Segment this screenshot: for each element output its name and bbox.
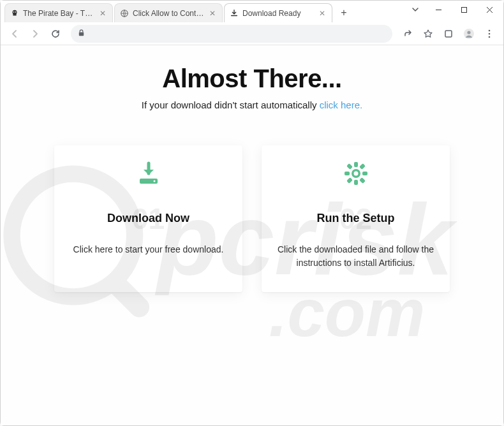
svg-rect-5 [461,7,466,12]
browser-window: The Pirate Bay - The galaxy's mo ✕ Click… [0,0,504,426]
tab-title: Click Allow to Continue [133,9,204,18]
tab-list-button[interactable] [405,1,426,18]
svg-rect-7 [445,31,452,37]
svg-rect-16 [354,162,358,167]
svg-rect-21 [359,177,366,184]
svg-rect-23 [346,177,353,184]
svg-point-10 [489,29,491,31]
close-icon[interactable]: ✕ [208,9,217,18]
extensions-button[interactable] [440,25,457,43]
svg-rect-20 [346,163,353,170]
minimize-button[interactable] [426,1,451,18]
reload-button[interactable] [47,25,64,43]
back-button[interactable] [6,25,24,43]
svg-point-11 [489,33,491,34]
close-icon[interactable]: ✕ [318,9,327,18]
toolbar-right [399,25,498,43]
svg-point-14 [153,180,155,182]
share-button[interactable] [399,25,417,43]
svg-rect-6 [79,32,84,36]
download-icon [230,9,239,18]
tab-pirate-bay[interactable]: The Pirate Bay - The galaxy's mo ✕ [4,3,113,22]
svg-point-2 [13,11,15,12]
page-subtext: If your download didn't start automatica… [142,99,362,110]
card-text: Click here to start your free download. [73,243,224,256]
tab-click-allow[interactable]: Click Allow to Continue ✕ [114,3,223,22]
svg-point-12 [489,36,491,38]
download-page: Almost There... If your download didn't … [1,45,503,425]
card-text: Click the downloaded file and follow the… [276,243,436,270]
svg-rect-22 [359,163,366,170]
svg-point-24 [353,172,358,176]
lock-icon [77,29,85,39]
svg-rect-18 [345,172,350,175]
titlebar: The Pirate Bay - The galaxy's mo ✕ Click… [1,1,503,22]
page-content: Almost There... If your download didn't … [1,45,503,425]
skull-icon [10,9,19,18]
toolbar [1,22,503,45]
step-cards: 01 Download Now Click here to start your… [29,145,475,292]
card-title: Download Now [107,212,189,225]
tab-strip: The Pirate Bay - The galaxy's mo ✕ Click… [1,1,405,22]
forward-button[interactable] [26,25,44,43]
close-icon[interactable]: ✕ [98,9,107,18]
window-controls [426,1,503,18]
card-run-setup[interactable]: 02 Run the Setup Click the downloaded fi… [262,145,450,292]
maximize-button[interactable] [451,1,477,18]
click-here-link[interactable]: click here. [320,99,363,110]
sub-prefix: If your download didn't start automatica… [142,99,320,110]
svg-point-3 [15,11,17,12]
tab-title: Download Ready [242,9,314,18]
new-tab-button[interactable]: + [336,5,352,20]
globe-icon [120,9,129,18]
card-title: Run the Setup [317,212,395,225]
download-icon [135,159,163,190]
svg-point-9 [467,31,470,34]
svg-rect-17 [354,180,358,185]
card-download-now[interactable]: 01 Download Now Click here to start your… [54,145,242,292]
gear-icon [342,159,370,190]
profile-button[interactable] [460,25,478,43]
close-window-button[interactable] [477,1,502,18]
tab-download-ready[interactable]: Download Ready ✕ [224,3,332,22]
address-bar[interactable] [71,25,392,43]
svg-rect-19 [362,172,367,175]
bookmark-button[interactable] [419,25,437,43]
svg-point-0 [13,10,17,14]
menu-button[interactable] [480,25,498,43]
page-headline: Almost There... [162,64,341,93]
tab-title: The Pirate Bay - The galaxy's mo [23,9,94,18]
svg-rect-1 [13,13,16,15]
